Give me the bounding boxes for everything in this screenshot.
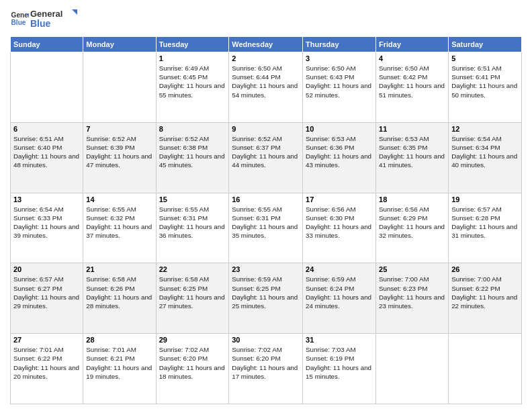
week-row-2: 6Sunrise: 6:51 AM Sunset: 6:40 PM Daylig… (11, 122, 522, 193)
week-row-3: 13Sunrise: 6:54 AM Sunset: 6:33 PM Dayli… (11, 193, 522, 263)
calendar-cell: 29Sunrise: 7:02 AM Sunset: 6:20 PM Dayli… (156, 334, 229, 404)
calendar-cell: 21Sunrise: 6:58 AM Sunset: 6:26 PM Dayli… (83, 263, 156, 334)
page: General Blue General Blue SundayMondayTu… (0, 0, 532, 411)
day-number: 19 (451, 195, 519, 203)
calendar-cell: 4Sunrise: 6:50 AM Sunset: 6:42 PM Daylig… (376, 52, 449, 123)
calendar-cell: 31Sunrise: 7:03 AM Sunset: 6:19 PM Dayli… (303, 334, 376, 404)
weekday-header-thursday: Thursday (303, 37, 376, 52)
calendar-cell: 30Sunrise: 7:02 AM Sunset: 6:20 PM Dayli… (229, 334, 303, 404)
day-info: Sunrise: 6:53 AM Sunset: 6:35 PM Dayligh… (379, 134, 445, 170)
day-number: 31 (306, 336, 373, 344)
day-info: Sunrise: 6:52 AM Sunset: 6:39 PM Dayligh… (86, 134, 152, 170)
day-info: Sunrise: 6:49 AM Sunset: 6:45 PM Dayligh… (159, 64, 226, 99)
calendar-cell: 7Sunrise: 6:52 AM Sunset: 6:39 PM Daylig… (83, 122, 156, 193)
day-number: 7 (86, 125, 152, 133)
calendar-cell: 13Sunrise: 6:54 AM Sunset: 6:33 PM Dayli… (11, 193, 83, 263)
day-info: Sunrise: 6:56 AM Sunset: 6:30 PM Dayligh… (306, 205, 373, 240)
calendar-cell: 23Sunrise: 6:59 AM Sunset: 6:25 PM Dayli… (229, 263, 303, 334)
weekday-header-sunday: Sunday (11, 37, 83, 52)
day-info: Sunrise: 6:52 AM Sunset: 6:37 PM Dayligh… (232, 134, 300, 170)
calendar-cell: 22Sunrise: 6:58 AM Sunset: 6:25 PM Dayli… (156, 263, 229, 334)
day-info: Sunrise: 6:55 AM Sunset: 6:31 PM Dayligh… (159, 205, 226, 240)
svg-text:Blue: Blue (30, 18, 51, 29)
logo: General Blue General Blue (10, 7, 77, 31)
day-info: Sunrise: 6:54 AM Sunset: 6:34 PM Dayligh… (451, 134, 519, 170)
calendar: SundayMondayTuesdayWednesdayThursdayFrid… (10, 36, 522, 404)
weekday-header-tuesday: Tuesday (156, 37, 229, 52)
day-number: 6 (13, 125, 80, 133)
day-info: Sunrise: 6:57 AM Sunset: 6:28 PM Dayligh… (451, 205, 519, 240)
week-row-5: 27Sunrise: 7:01 AM Sunset: 6:22 PM Dayli… (11, 334, 522, 404)
day-info: Sunrise: 6:50 AM Sunset: 6:43 PM Dayligh… (306, 64, 373, 99)
calendar-cell: 5Sunrise: 6:51 AM Sunset: 6:41 PM Daylig… (449, 52, 522, 123)
day-number: 4 (379, 54, 445, 62)
calendar-cell: 6Sunrise: 6:51 AM Sunset: 6:40 PM Daylig… (11, 122, 83, 193)
logo-icon: General Blue (10, 9, 29, 28)
day-number: 14 (86, 195, 152, 203)
logo-svg: General Blue (30, 7, 77, 31)
day-info: Sunrise: 7:00 AM Sunset: 6:23 PM Dayligh… (379, 275, 445, 310)
day-info: Sunrise: 6:54 AM Sunset: 6:33 PM Dayligh… (13, 205, 80, 240)
calendar-cell: 25Sunrise: 7:00 AM Sunset: 6:23 PM Dayli… (376, 263, 449, 334)
day-info: Sunrise: 7:03 AM Sunset: 6:19 PM Dayligh… (306, 345, 373, 381)
calendar-cell: 8Sunrise: 6:52 AM Sunset: 6:38 PM Daylig… (156, 122, 229, 193)
day-number: 11 (379, 125, 445, 133)
calendar-cell: 9Sunrise: 6:52 AM Sunset: 6:37 PM Daylig… (229, 122, 303, 193)
week-row-4: 20Sunrise: 6:57 AM Sunset: 6:27 PM Dayli… (11, 263, 522, 334)
day-number: 22 (159, 265, 226, 273)
calendar-cell: 26Sunrise: 7:00 AM Sunset: 6:22 PM Dayli… (449, 263, 522, 334)
calendar-cell: 24Sunrise: 6:59 AM Sunset: 6:24 PM Dayli… (303, 263, 376, 334)
day-number: 8 (159, 125, 226, 133)
day-info: Sunrise: 7:01 AM Sunset: 6:22 PM Dayligh… (13, 345, 80, 381)
day-number: 28 (86, 336, 152, 344)
day-number: 25 (379, 265, 445, 273)
day-info: Sunrise: 6:52 AM Sunset: 6:38 PM Dayligh… (159, 134, 226, 170)
day-info: Sunrise: 6:57 AM Sunset: 6:27 PM Dayligh… (13, 275, 80, 310)
calendar-cell: 18Sunrise: 6:56 AM Sunset: 6:29 PM Dayli… (376, 193, 449, 263)
calendar-cell (449, 334, 522, 404)
svg-text:Blue: Blue (11, 19, 26, 26)
calendar-cell (83, 52, 156, 123)
day-info: Sunrise: 6:53 AM Sunset: 6:36 PM Dayligh… (306, 134, 373, 170)
day-number: 13 (13, 195, 80, 203)
day-number: 20 (13, 265, 80, 273)
day-info: Sunrise: 6:58 AM Sunset: 6:26 PM Dayligh… (86, 275, 152, 310)
day-number: 26 (451, 265, 519, 273)
day-number: 23 (232, 265, 300, 273)
day-number: 10 (306, 125, 373, 133)
calendar-cell: 15Sunrise: 6:55 AM Sunset: 6:31 PM Dayli… (156, 193, 229, 263)
day-info: Sunrise: 6:51 AM Sunset: 6:41 PM Dayligh… (451, 64, 519, 99)
day-number: 9 (232, 125, 300, 133)
calendar-cell: 12Sunrise: 6:54 AM Sunset: 6:34 PM Dayli… (449, 122, 522, 193)
weekday-header-monday: Monday (83, 37, 156, 52)
day-info: Sunrise: 7:01 AM Sunset: 6:21 PM Dayligh… (86, 345, 152, 381)
day-number: 30 (232, 336, 300, 344)
day-number: 27 (13, 336, 80, 344)
weekday-header-saturday: Saturday (449, 37, 522, 52)
day-info: Sunrise: 6:59 AM Sunset: 6:24 PM Dayligh… (306, 275, 373, 310)
day-info: Sunrise: 6:56 AM Sunset: 6:29 PM Dayligh… (379, 205, 445, 240)
calendar-cell (11, 52, 83, 123)
day-info: Sunrise: 6:58 AM Sunset: 6:25 PM Dayligh… (159, 275, 226, 310)
day-info: Sunrise: 6:50 AM Sunset: 6:44 PM Dayligh… (232, 64, 300, 99)
calendar-cell (376, 334, 449, 404)
calendar-cell: 10Sunrise: 6:53 AM Sunset: 6:36 PM Dayli… (303, 122, 376, 193)
svg-marker-5 (72, 9, 77, 15)
calendar-cell: 14Sunrise: 6:55 AM Sunset: 6:32 PM Dayli… (83, 193, 156, 263)
day-info: Sunrise: 6:50 AM Sunset: 6:42 PM Dayligh… (379, 64, 445, 99)
weekday-header-wednesday: Wednesday (229, 37, 303, 52)
calendar-cell: 1Sunrise: 6:49 AM Sunset: 6:45 PM Daylig… (156, 52, 229, 123)
header: General Blue General Blue (10, 7, 522, 31)
day-number: 12 (451, 125, 519, 133)
day-number: 18 (379, 195, 445, 203)
weekday-header-friday: Friday (376, 37, 449, 52)
day-info: Sunrise: 6:59 AM Sunset: 6:25 PM Dayligh… (232, 275, 300, 310)
day-number: 2 (232, 54, 300, 62)
day-info: Sunrise: 6:51 AM Sunset: 6:40 PM Dayligh… (13, 134, 80, 170)
day-info: Sunrise: 6:55 AM Sunset: 6:31 PM Dayligh… (232, 205, 300, 240)
day-number: 29 (159, 336, 226, 344)
day-number: 15 (159, 195, 226, 203)
day-number: 5 (451, 54, 519, 62)
day-number: 3 (306, 54, 373, 62)
day-number: 24 (306, 265, 373, 273)
